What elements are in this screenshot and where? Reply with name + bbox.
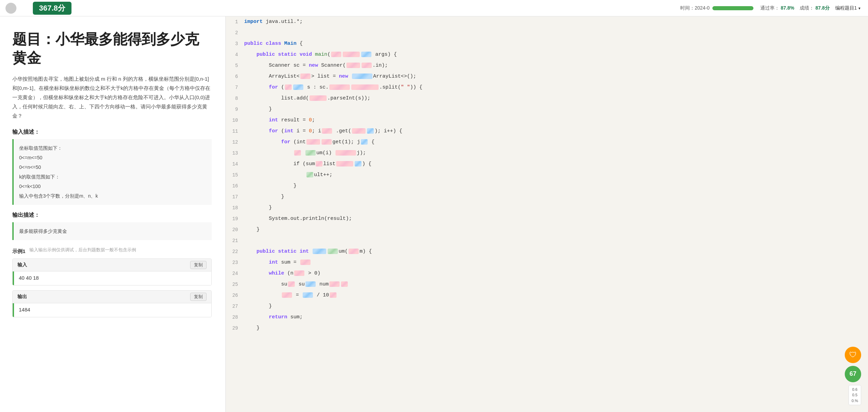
code-line-9: 9 } [226,104,868,115]
code-line-11: 11 for (int i = 0; i .get(); i++) { [226,126,868,137]
output-label: 输出 [17,294,27,300]
line-num-11: 11 [226,126,243,137]
input-desc-line-3: 0<=n<=50 [19,162,206,172]
line-content-8: list.add(.parseInt(s)); [243,93,868,104]
line-num-25: 25 [226,279,243,290]
line-num-29: 29 [226,323,243,334]
code-line-29: 29 } [226,323,868,334]
line-content-16: } [243,181,868,191]
code-line-8: 8 list.add(.parseInt(s)); [226,93,868,104]
line-content-29: } [243,323,868,334]
code-line-13: 13 um(i) j); [226,148,868,159]
line-num-23: 23 [226,257,243,268]
header: 367.8分 时间：2024-0 通过率： 87.8% 成绩： 87.8分 编程… [0,0,868,16]
problem-description: 小华按照地图去寻宝，地图上被划分成 m 行和 n 列的方格，横纵坐标范围分别是[… [12,74,212,120]
code-line-25: 25 su su num [226,279,868,290]
code-line-21: 21 [226,235,868,246]
percent-badge[interactable]: 67 [845,366,861,382]
shield-button[interactable]: 🛡 [845,347,861,363]
line-num-7: 7 [226,82,243,93]
code-line-17: 17 } [226,191,868,202]
line-content-14: if (sumlist) { [243,159,868,170]
line-content-20: } [243,224,868,235]
example-title: 示例1 [12,248,25,255]
code-editor[interactable]: 1 import java.util.*; 2 3 public class M… [226,16,868,412]
bottom-right-overlay: 🛡 67 0.60.50.% [845,347,861,406]
output-copy-button[interactable]: 复制 [190,293,207,301]
line-num-2: 2 [226,27,243,38]
input-desc-box: 坐标取值范围如下： 0<=m<=50 0<=n<=50 k的取值范围如下： 0<… [12,139,212,205]
line-num-24: 24 [226,268,243,279]
left-panel: 题目：小华最多能得到多少克黄金 小华按照地图去寻宝，地图上被划分成 m 行和 n… [0,16,226,412]
line-num-13: 13 [226,148,243,159]
input-desc-line-4: k的取值范围如下： [19,172,206,182]
code-line-20: 20 } [226,224,868,235]
line-num-3: 3 [226,38,243,49]
main-container: 题目：小华最多能得到多少克黄金 小华按照地图去寻宝，地图上被划分成 m 行和 n… [0,16,868,412]
line-content-13: um(i) j); [243,148,868,159]
code-line-6: 6 ArrayList<> list = new ArrayList<>(); [226,71,868,82]
line-content-6: ArrayList<> list = new ArrayList<>(); [243,71,868,82]
pass-rate: 通过率： 87.8% [760,5,794,11]
line-num-10: 10 [226,115,243,126]
line-content-19: System.out.println(result); [243,213,868,224]
input-block: 输入 复制 40 40 18 [12,258,212,285]
input-block-header: 输入 复制 [13,259,211,271]
line-content-12: for (intget(1); j { [243,137,868,148]
line-num-19: 19 [226,213,243,224]
line-content-17: } [243,191,868,202]
line-content-5: Scanner sc = new Scanner(.in); [243,60,868,71]
code-line-5: 5 Scanner sc = new Scanner(.in); [226,60,868,71]
code-line-16: 16 } [226,181,868,191]
output-block-header: 输出 复制 [13,291,211,303]
output-value: 1484 [13,303,211,317]
code-line-23: 23 int sum = [226,257,868,268]
line-content-23: int sum = [243,257,868,268]
line-num-20: 20 [226,224,243,235]
problem-title: 题目：小华最多能得到多少克黄金 [12,30,212,67]
code-line-24: 24 while (n > 0) [226,268,868,279]
code-line-19: 19 System.out.println(result); [226,213,868,224]
code-line-14: 14 if (sumlist) { [226,159,868,170]
output-desc-box: 最多能获得多少克黄金 [12,222,212,240]
line-content-26: = / 10 [243,290,868,301]
line-content-15: ult++; [243,170,868,181]
line-num-15: 15 [226,170,243,181]
line-num-28: 28 [226,312,243,323]
time-bar [712,6,753,10]
line-content-25: su su num [243,279,868,290]
output-block: 输出 复制 1484 [12,290,212,317]
input-desc-line-2: 0<=m<=50 [19,153,206,162]
line-num-21: 21 [226,235,243,246]
line-num-22: 22 [226,246,243,257]
code-line-4: 4 public static void main( args) { [226,49,868,60]
input-value: 40 40 18 [13,271,211,285]
stats-mini: 0.60.50.% [849,385,861,406]
code-line-28: 28 return sum; [226,312,868,323]
line-content-3: public class Main { [243,38,868,49]
line-content-22: public static int um(m) { [243,246,868,257]
code-line-26: 26 = / 10 [226,290,868,301]
code-line-12: 12 for (intget(1); j { [226,137,868,148]
output-section-title: 输出描述： [12,212,212,219]
line-content-24: while (n > 0) [243,268,868,279]
example-note: 输入输出示例仅供调试，后台判题数据一般不包含示例 [29,247,136,253]
line-num-4: 4 [226,49,243,60]
score-display: 成绩： 87.8分 [800,5,829,11]
line-content-7: for ( s : sc..split(" ")) { [243,82,868,93]
line-num-9: 9 [226,104,243,115]
code-line-1: 1 import java.util.*; [226,16,868,27]
code-line-15: 15 ult++; [226,170,868,181]
input-section-title: 输入描述： [12,129,212,136]
line-content-1: import java.util.*; [243,16,868,27]
input-desc-line-6: 输入中包含3个字数，分别是m、n、k [19,191,206,201]
line-content-10: int result = 0; [243,115,868,126]
line-content-9: } [243,104,868,115]
input-label: 输入 [17,262,27,268]
code-line-3: 3 public class Main { [226,38,868,49]
input-copy-button[interactable]: 复制 [190,261,207,269]
prog-title-dropdown[interactable]: 编程题目1 [835,5,861,11]
score-badge: 367.8分 [33,2,71,15]
code-line-7: 7 for ( s : sc..split(" ")) { [226,82,868,93]
line-num-8: 8 [226,93,243,104]
